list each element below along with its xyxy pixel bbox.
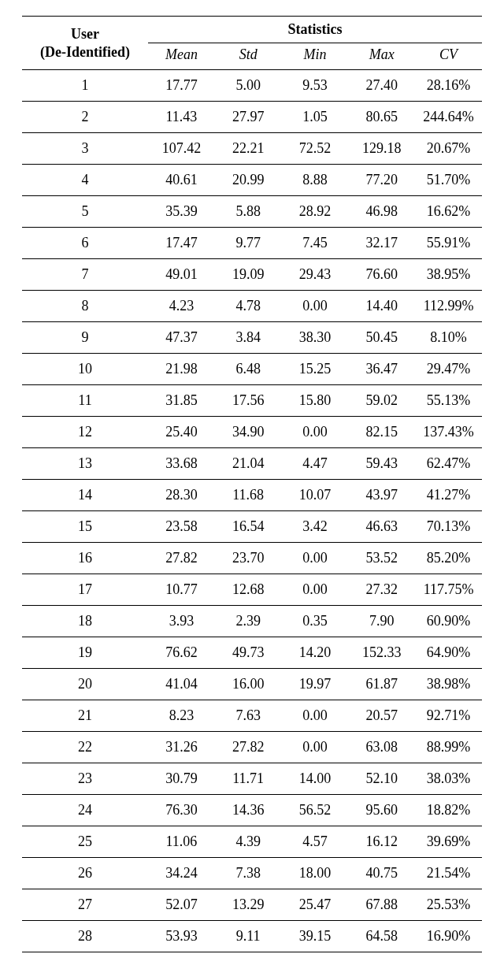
- cell-mean: 41.04: [148, 669, 215, 700]
- table-row: 617.479.777.4532.1755.91%: [22, 228, 482, 259]
- table-row: 183.932.390.357.9060.90%: [22, 606, 482, 637]
- cell-user: 1: [22, 70, 148, 102]
- table-row: 2752.0713.2925.4767.8825.53%: [22, 889, 482, 921]
- cell-mean: 10.77: [148, 574, 215, 606]
- cell-mean: 28.30: [148, 480, 215, 511]
- cell-max: 59.02: [348, 385, 415, 417]
- col-header-statistics-label: Statistics: [288, 21, 343, 37]
- cell-mean: 52.07: [148, 889, 215, 921]
- cell-max: 32.17: [348, 228, 415, 259]
- col-header-min: Min: [282, 43, 349, 70]
- table-row: 211.4327.971.0580.65244.64%: [22, 102, 482, 133]
- cell-max: 46.63: [348, 511, 415, 543]
- cell-user: 14: [22, 480, 148, 511]
- cell-max: 52.10: [348, 763, 415, 795]
- cell-cv: 112.99%: [415, 291, 482, 322]
- cell-min: 15.25: [282, 354, 349, 385]
- cell-cv: 38.95%: [415, 259, 482, 291]
- cell-min: 8.88: [282, 165, 349, 196]
- col-header-user: User (De-Identified): [22, 17, 148, 70]
- cell-user: 24: [22, 795, 148, 826]
- cell-std: 11.68: [215, 480, 282, 511]
- cell-cv: 70.13%: [415, 511, 482, 543]
- cell-mean: 107.42: [148, 133, 215, 165]
- cell-mean: 11.43: [148, 102, 215, 133]
- cell-mean: 35.39: [148, 196, 215, 228]
- cell-user: 25: [22, 826, 148, 858]
- cell-max: 80.65: [348, 102, 415, 133]
- table-row: 947.373.8438.3050.458.10%: [22, 322, 482, 354]
- col-header-statistics: Statistics: [148, 17, 482, 43]
- cell-std: 27.82: [215, 732, 282, 763]
- cell-min: 28.92: [282, 196, 349, 228]
- cell-mean: 31.26: [148, 732, 215, 763]
- cell-max: 27.40: [348, 70, 415, 102]
- cell-mean: 11.06: [148, 826, 215, 858]
- cell-std: 23.70: [215, 543, 282, 574]
- cell-cv: 38.03%: [415, 763, 482, 795]
- cell-user: 26: [22, 858, 148, 889]
- table-row: 1428.3011.6810.0743.9741.27%: [22, 480, 482, 511]
- cell-min: 4.57: [282, 826, 349, 858]
- cell-max: 53.52: [348, 543, 415, 574]
- table-row: 749.0119.0929.4376.6038.95%: [22, 259, 482, 291]
- table-row: 1131.8517.5615.8059.0255.13%: [22, 385, 482, 417]
- cell-cv: 117.75%: [415, 574, 482, 606]
- cell-min: 38.30: [282, 322, 349, 354]
- cell-min: 39.15: [282, 921, 349, 952]
- cell-min: 0.00: [282, 291, 349, 322]
- cell-min: 18.00: [282, 858, 349, 889]
- cell-cv: 25.53%: [415, 889, 482, 921]
- cell-mean: 23.58: [148, 511, 215, 543]
- cell-std: 4.39: [215, 826, 282, 858]
- table-row: 2330.7911.7114.0052.1038.03%: [22, 763, 482, 795]
- cell-user: 5: [22, 196, 148, 228]
- cell-user: 7: [22, 259, 148, 291]
- cell-user: 6: [22, 228, 148, 259]
- cell-user: 15: [22, 511, 148, 543]
- cell-max: 152.33: [348, 637, 415, 669]
- cell-cv: 16.90%: [415, 921, 482, 952]
- cell-max: 36.47: [348, 354, 415, 385]
- cell-user: 21: [22, 700, 148, 732]
- cell-min: 0.00: [282, 574, 349, 606]
- cell-user: 2: [22, 102, 148, 133]
- cell-max: 129.18: [348, 133, 415, 165]
- cell-cv: 39.69%: [415, 826, 482, 858]
- cell-user: 16: [22, 543, 148, 574]
- table-row: 218.237.630.0020.5792.71%: [22, 700, 482, 732]
- cell-max: 50.45: [348, 322, 415, 354]
- cell-min: 14.00: [282, 763, 349, 795]
- cell-min: 19.97: [282, 669, 349, 700]
- cell-max: 59.43: [348, 448, 415, 480]
- cell-user: 19: [22, 637, 148, 669]
- cell-std: 9.77: [215, 228, 282, 259]
- cell-std: 22.21: [215, 133, 282, 165]
- cell-user: 11: [22, 385, 148, 417]
- cell-cv: 55.91%: [415, 228, 482, 259]
- cell-cv: 62.47%: [415, 448, 482, 480]
- table-row: 1021.986.4815.2536.4729.47%: [22, 354, 482, 385]
- table-row: 1225.4034.900.0082.15137.43%: [22, 417, 482, 448]
- cell-mean: 17.77: [148, 70, 215, 102]
- cell-cv: 60.90%: [415, 606, 482, 637]
- cell-user: 8: [22, 291, 148, 322]
- table-row: 2634.247.3818.0040.7521.54%: [22, 858, 482, 889]
- cell-min: 7.45: [282, 228, 349, 259]
- table-row: 1627.8223.700.0053.5285.20%: [22, 543, 482, 574]
- cell-min: 0.00: [282, 417, 349, 448]
- cell-cv: 38.98%: [415, 669, 482, 700]
- cell-mean: 31.85: [148, 385, 215, 417]
- cell-std: 16.54: [215, 511, 282, 543]
- table-row: 440.6120.998.8877.2051.70%: [22, 165, 482, 196]
- cell-mean: 53.93: [148, 921, 215, 952]
- cell-mean: 34.24: [148, 858, 215, 889]
- col-header-user-line1: User: [71, 26, 99, 42]
- cell-cv: 29.47%: [415, 354, 482, 385]
- cell-std: 34.90: [215, 417, 282, 448]
- cell-cv: 18.82%: [415, 795, 482, 826]
- cell-max: 63.08: [348, 732, 415, 763]
- cell-min: 0.35: [282, 606, 349, 637]
- cell-cv: 85.20%: [415, 543, 482, 574]
- cell-cv: 41.27%: [415, 480, 482, 511]
